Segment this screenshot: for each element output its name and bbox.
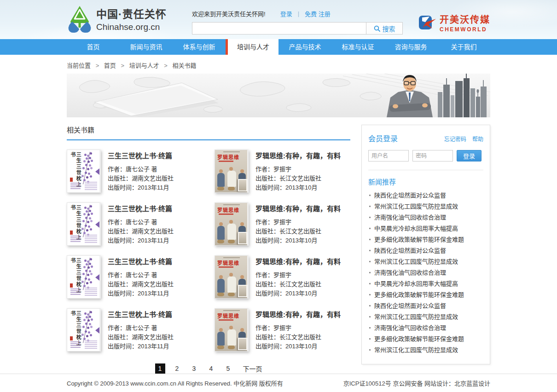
book-title[interactable]: 罗辑思维:有种，有趣，有料 bbox=[255, 203, 341, 213]
book-cover: 三生三世枕上书 bbox=[67, 308, 101, 352]
page-2[interactable]: 2 bbox=[172, 363, 182, 374]
news-item[interactable]: 更多细化政策破解节能环保金难题 bbox=[368, 334, 483, 345]
book-publisher: 出版社：长江文艺出版社 bbox=[255, 174, 341, 183]
news-item[interactable]: 陕西化企坦然面对公众监督 bbox=[368, 300, 483, 311]
book-title[interactable]: 罗辑思维:有种，有趣，有料 bbox=[255, 150, 341, 160]
book-title[interactable]: 三生三世枕上书·终篇 bbox=[108, 256, 174, 266]
news-item[interactable]: 常州滨江化工园废气防控显成效 bbox=[368, 311, 483, 323]
breadcrumb-training[interactable]: 培训与人才 bbox=[129, 62, 159, 69]
book-date: 出版时间：2013年11月 bbox=[108, 236, 174, 245]
book-title[interactable]: 三生三世枕上书·终篇 bbox=[108, 309, 174, 319]
news-item[interactable]: 常州滨江化工园废气防控显成效 bbox=[368, 201, 483, 212]
login-link[interactable]: 登录 bbox=[280, 9, 292, 18]
breadcrumb-books[interactable]: 相关书籍 bbox=[173, 62, 197, 69]
news-item[interactable]: 陕西化企坦然面对公众监督 bbox=[368, 190, 483, 201]
forgot-password-link[interactable]: 忘记密码 bbox=[444, 136, 466, 143]
book-author: 作者：罗振宇 bbox=[255, 271, 341, 280]
news-recommend-title: 新闻推荐 bbox=[368, 177, 483, 186]
bullet-icon bbox=[369, 239, 371, 240]
news-item[interactable]: 中昊晨光冷却水回用率大幅提高 bbox=[368, 223, 483, 234]
news-item[interactable]: 济南强化油气回收综合治理 bbox=[368, 323, 483, 334]
book-item[interactable]: 罗辑思维 罗辑思维:有种，有趣，有料 作者：罗振宇 出版社：长江文艺出版社 出版… bbox=[215, 255, 350, 299]
partner-logo[interactable]: 开美沃传媒 CHEMWORLD bbox=[418, 12, 490, 33]
book-cover: 三生三世枕上书 bbox=[67, 150, 101, 193]
search-icon bbox=[374, 25, 380, 32]
help-link[interactable]: 帮助 bbox=[472, 136, 483, 143]
bullet-icon bbox=[369, 217, 371, 218]
news-list: 陕西化企坦然面对公众监督 常州滨江化工园废气防控显成效 济南强化油气回收综合治理… bbox=[368, 190, 483, 356]
book-item[interactable]: 三生三世枕上书 三生三世枕上书·终篇 作者：唐七公子 著 出版社：湖南文艺出版社… bbox=[67, 202, 203, 246]
register-link[interactable]: 免费 注册 bbox=[305, 9, 331, 18]
bullet-icon bbox=[369, 338, 371, 340]
sidebar-divider bbox=[368, 170, 483, 170]
book-title[interactable]: 罗辑思维:有种，有趣，有料 bbox=[255, 256, 341, 266]
news-item[interactable]: 更多细化政策破解节能环保金难题 bbox=[368, 234, 483, 245]
search-button[interactable]: 搜索 bbox=[366, 22, 403, 35]
book-item[interactable]: 罗辑思维 罗辑思维:有种，有趣，有料 作者：罗振宇 出版社：长江文艺出版社 出版… bbox=[215, 308, 350, 352]
page-1-current[interactable]: 1 bbox=[155, 363, 165, 374]
book-item[interactable]: 三生三世枕上书 三生三世枕上书·终篇 作者：唐七公子 著 出版社：湖南文艺出版社… bbox=[67, 150, 203, 193]
book-item[interactable]: 罗辑思维 罗辑思维:有种，有趣，有料 作者：罗振宇 出版社：长江文艺出版社 出版… bbox=[215, 150, 350, 193]
next-page-button[interactable]: 下一页 bbox=[243, 364, 262, 373]
news-item[interactable]: 常州滨江化工园废气防控显成效 bbox=[368, 345, 483, 356]
link-separator: | bbox=[298, 10, 299, 17]
book-author: 作者：罗振宇 bbox=[255, 323, 341, 333]
book-title[interactable]: 三生三世枕上书·终篇 bbox=[108, 203, 174, 213]
bullet-icon bbox=[369, 327, 371, 329]
nav-item-news[interactable]: 新闻与资讯 bbox=[120, 39, 173, 55]
partner-logo-en: CHEMWORLD bbox=[440, 26, 490, 33]
copyright-text: Copyright © 2009-2013 www.ccin.com.cn Al… bbox=[67, 379, 283, 387]
page-title: 相关书籍 bbox=[67, 125, 350, 140]
login-button[interactable]: 登录 bbox=[457, 150, 482, 161]
book-cover: 罗辑思维 bbox=[215, 150, 249, 193]
sidebar: 会员登录 忘记密码 帮助 登录 新闻推荐 陕西化企坦然面对公众监督 常州滨江化工… bbox=[361, 125, 490, 364]
nav-item-home[interactable]: 首页 bbox=[67, 39, 120, 55]
book-cover-title: 罗辑思维 bbox=[217, 153, 239, 161]
book-date: 出版时间：2013年10月 bbox=[255, 236, 341, 245]
page-5[interactable]: 5 bbox=[223, 363, 233, 374]
book-date: 出版时间：2013年11月 bbox=[108, 289, 174, 298]
news-item[interactable]: 更多细化政策破解节能环保金难题 bbox=[368, 289, 483, 300]
password-input[interactable] bbox=[412, 150, 453, 161]
book-author: 作者：罗振宇 bbox=[255, 218, 341, 227]
banner-image bbox=[67, 74, 490, 117]
book-cover: 三生三世枕上书 bbox=[67, 255, 101, 299]
book-title[interactable]: 罗辑思维:有种，有趣，有料 bbox=[255, 309, 341, 319]
book-date: 出版时间：2013年10月 bbox=[255, 183, 341, 192]
news-item[interactable]: 常州滨江化工园废气防控显成效 bbox=[368, 256, 483, 267]
breadcrumb-home[interactable]: 首页 bbox=[104, 62, 116, 69]
book-item[interactable]: 罗辑思维 罗辑思维:有种，有趣，有料 作者：罗振宇 出版社：长江文艺出版社 出版… bbox=[215, 202, 350, 246]
news-item[interactable]: 济南强化油气回收综合治理 bbox=[368, 267, 483, 278]
book-title[interactable]: 三生三世枕上书·终篇 bbox=[108, 150, 174, 160]
site-logo[interactable]: 中国·责任关怀 Chinahse.org.cn bbox=[67, 4, 167, 34]
nav-item-consulting[interactable]: 咨询与服务 bbox=[384, 39, 437, 55]
page-3[interactable]: 3 bbox=[189, 363, 199, 374]
welcome-text: 欢迎来到开美沃责任关怀网! bbox=[192, 9, 266, 18]
search-bar: 搜索 bbox=[192, 22, 405, 35]
username-input[interactable] bbox=[368, 150, 409, 161]
book-item[interactable]: 三生三世枕上书 三生三世枕上书·终篇 作者：唐七公子 著 出版社：湖南文艺出版社… bbox=[67, 308, 203, 352]
news-item[interactable]: 济南强化油气回收综合治理 bbox=[368, 212, 483, 223]
chemworld-logo-icon bbox=[418, 13, 437, 32]
book-cover: 罗辑思维 bbox=[215, 308, 249, 352]
bullet-icon bbox=[369, 294, 371, 295]
nav-item-training-active[interactable]: 培训与人才 bbox=[226, 39, 278, 55]
partner-logo-cn: 开美沃传媒 bbox=[440, 12, 490, 26]
book-publisher: 出版社：长江文艺出版社 bbox=[255, 333, 341, 342]
news-item[interactable]: 中昊晨光冷却水回用率大幅提高 bbox=[368, 278, 483, 289]
breadcrumb: 当前位置 > 首页 > 培训与人才 > 相关书籍 bbox=[67, 55, 490, 74]
bullet-icon bbox=[369, 316, 371, 317]
nav-item-standards[interactable]: 标准与认证 bbox=[331, 39, 384, 55]
page-4[interactable]: 4 bbox=[206, 363, 216, 374]
book-item[interactable]: 三生三世枕上书 三生三世枕上书·终篇 作者：唐七公子 著 出版社：湖南文艺出版社… bbox=[67, 255, 203, 299]
bullet-icon bbox=[369, 261, 371, 262]
news-item[interactable]: 陕西化企坦然面对公众监督 bbox=[368, 245, 483, 256]
nav-item-products[interactable]: 产品与技术 bbox=[278, 39, 331, 55]
nav-item-system[interactable]: 体系与创新 bbox=[173, 39, 226, 55]
search-input[interactable] bbox=[192, 22, 366, 35]
page: 中国·责任关怀 Chinahse.org.cn 欢迎来到开美沃责任关怀网! 登录… bbox=[0, 0, 557, 392]
book-publisher: 出版社：湖南文艺出版社 bbox=[108, 280, 174, 289]
book-publisher: 出版社：湖南文艺出版社 bbox=[108, 227, 174, 236]
tree-hands-logo-icon bbox=[67, 4, 93, 34]
nav-item-about[interactable]: 关于我们 bbox=[437, 39, 490, 55]
